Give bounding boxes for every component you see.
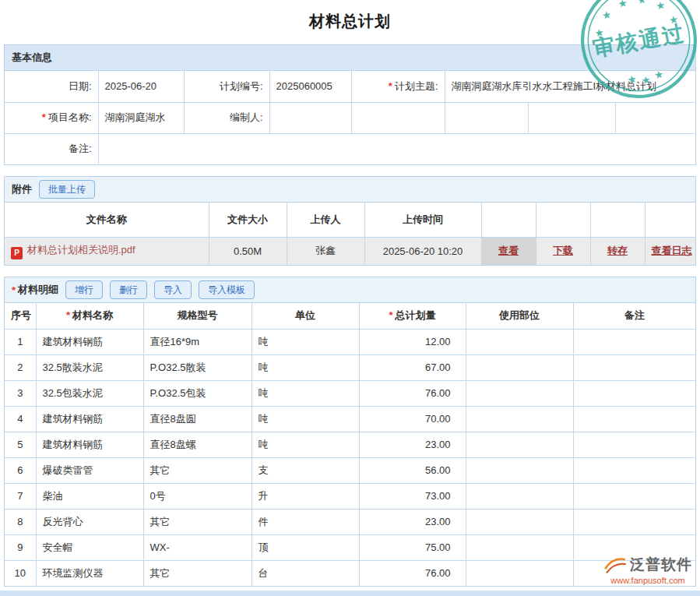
- add-row-button[interactable]: 增行: [65, 280, 103, 299]
- col-material-name-text: 材料名称: [72, 309, 113, 321]
- project-label-text: 项目名称:: [48, 111, 92, 123]
- transfer-link[interactable]: 转存: [607, 245, 628, 256]
- col-seq: 序号: [5, 303, 36, 329]
- unit-cell: 顶: [252, 534, 359, 560]
- import-button[interactable]: 导入: [154, 280, 192, 299]
- spec-cell: 其它: [143, 560, 252, 586]
- fanpu-logo-brand-line: 泛普软件: [603, 555, 692, 575]
- seq-cell: 8: [5, 509, 36, 534]
- subject-label: *计划主题:: [351, 71, 445, 102]
- empty-cell: [528, 102, 615, 133]
- material-details-section: * 材料明细 增行 删行 导入 导入模板 序号 *材料名称 规格型号 单位 *总…: [4, 277, 696, 587]
- basic-info-header: 基本信息: [5, 45, 695, 71]
- view-link[interactable]: 查看: [498, 245, 519, 256]
- material-name-cell: 爆破类雷管: [36, 457, 143, 483]
- col-remark: 备注: [573, 303, 695, 329]
- basic-info-title: 基本信息: [12, 51, 52, 65]
- date-label-text: 日期:: [69, 80, 92, 92]
- qty-cell: 76.00: [359, 380, 466, 406]
- location-cell: [466, 329, 573, 354]
- col-total-qty-text: 总计划量: [396, 309, 436, 321]
- material-row: 6 爆破类雷管 其它 支 56.00: [5, 457, 695, 483]
- basic-info-section: 基本信息 日期: 2025-06-20 计划编号: 2025060005 *计划…: [4, 44, 696, 165]
- location-cell: [466, 354, 573, 380]
- seq-cell: 1: [5, 329, 36, 354]
- col-unit: 单位: [252, 303, 359, 329]
- remark-cell: [573, 406, 695, 432]
- unit-cell: 升: [252, 483, 359, 509]
- view-action-cell: 查看: [481, 237, 536, 265]
- plan-no-label-text: 计划编号:: [220, 80, 263, 92]
- material-row: 5 建筑材料钢筋 直径8盘螺 吨 23.00: [5, 432, 695, 457]
- bottom-bar: [0, 591, 700, 596]
- fanpu-logo-url: www.fanpusoft.com: [603, 576, 692, 585]
- unit-cell: 吨: [252, 406, 359, 432]
- attachments-header: 附件 批量上传: [5, 177, 695, 203]
- qty-cell: 76.00: [359, 560, 466, 586]
- uploader-cell: 张鑫: [287, 237, 364, 265]
- material-details-header: * 材料明细 增行 删行 导入 导入模板: [5, 277, 695, 303]
- plan-no-label: 计划编号:: [184, 71, 269, 102]
- page-title: 材料总计划: [0, 0, 700, 32]
- unit-cell: 吨: [252, 354, 359, 380]
- download-link[interactable]: 下载: [553, 245, 573, 256]
- material-name-cell: 环境监测仪器: [36, 560, 143, 586]
- material-name-cell: 32.5包装水泥: [36, 380, 143, 406]
- remark-cell: [573, 432, 695, 457]
- file-name-link[interactable]: 材料总计划相关说明.pdf: [27, 244, 135, 256]
- remark-cell: [573, 329, 695, 354]
- col-action: [536, 203, 590, 237]
- material-row: 2 32.5散装水泥 P.O32.5散装 吨 67.00: [5, 354, 695, 380]
- file-size-cell: 0.50M: [209, 237, 287, 265]
- transfer-action-cell: 转存: [590, 237, 645, 265]
- delete-row-button[interactable]: 删行: [110, 280, 147, 299]
- qty-cell: 23.00: [359, 509, 466, 534]
- unit-cell: 吨: [252, 380, 359, 406]
- view-log-link[interactable]: 查看日志: [652, 245, 692, 256]
- spec-cell: WX-: [143, 534, 252, 560]
- date-value: 2025-06-20: [98, 71, 184, 102]
- required-mark: *: [389, 80, 392, 92]
- material-details-title: 材料明细: [18, 283, 58, 297]
- fanpu-logo-icon: [603, 555, 627, 574]
- creator-label: 编制人:: [184, 102, 269, 133]
- qty-cell: 73.00: [359, 483, 466, 509]
- attachments-table: 文件名称 文件大小 上传人 上传时间 P材料总计划相关说明.pdf 0.50M …: [5, 203, 695, 265]
- seq-cell: 10: [5, 560, 36, 586]
- material-details-table: 序号 *材料名称 规格型号 单位 *总计划量 使用部位 备注 1 建筑材料钢筋 …: [5, 303, 695, 586]
- table-header-row: 序号 *材料名称 规格型号 单位 *总计划量 使用部位 备注: [5, 303, 695, 329]
- location-cell: [466, 457, 573, 483]
- col-action: [481, 203, 536, 237]
- remark-value: [98, 133, 695, 164]
- spec-cell: P.O32.5散装: [143, 354, 252, 380]
- col-action: [590, 203, 645, 237]
- table-row: *项目名称: 湖南洞庭湖水 编制人:: [5, 102, 695, 133]
- project-value: 湖南洞庭湖水: [98, 102, 184, 133]
- batch-upload-button[interactable]: 批量上传: [39, 180, 95, 199]
- remark-cell: [573, 457, 695, 483]
- qty-cell: 67.00: [359, 354, 466, 380]
- col-material-name: *材料名称: [36, 303, 143, 329]
- import-template-button[interactable]: 导入模板: [199, 280, 255, 299]
- spec-cell: 其它: [143, 509, 252, 534]
- seq-cell: 5: [5, 432, 36, 457]
- attachments-title: 附件: [12, 182, 32, 196]
- material-name-cell: 建筑材料钢筋: [36, 329, 143, 354]
- location-cell: [466, 560, 573, 586]
- spec-cell: 直径8盘螺: [143, 432, 252, 457]
- material-name-cell: 建筑材料钢筋: [36, 406, 143, 432]
- unit-cell: 支: [252, 457, 359, 483]
- required-mark: *: [389, 309, 392, 321]
- spec-cell: 直径8盘圆: [143, 406, 252, 432]
- qty-cell: 12.00: [359, 329, 466, 354]
- download-action-cell: 下载: [536, 237, 590, 265]
- required-mark: *: [42, 111, 46, 123]
- empty-cell: [615, 102, 695, 133]
- upload-time-cell: 2025-06-20 10:20: [364, 237, 481, 265]
- location-cell: [466, 509, 573, 534]
- material-row: 9 安全帽 WX- 顶 75.00: [5, 534, 695, 560]
- qty-cell: 56.00: [359, 457, 466, 483]
- required-mark: *: [12, 284, 16, 296]
- empty-cell: [445, 102, 528, 133]
- subject-value: 湖南洞庭湖水库引水水工程施工I标材料总计划: [445, 71, 695, 102]
